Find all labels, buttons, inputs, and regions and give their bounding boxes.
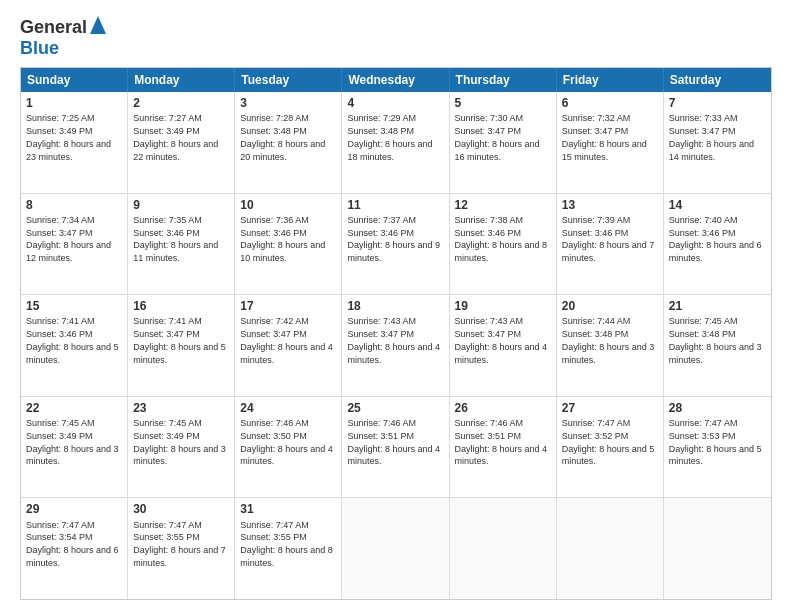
day-number: 22	[26, 400, 122, 416]
day-number: 8	[26, 197, 122, 213]
day-number: 29	[26, 501, 122, 517]
header-thursday: Thursday	[450, 68, 557, 92]
header-saturday: Saturday	[664, 68, 771, 92]
day-number: 21	[669, 298, 766, 314]
day-number: 11	[347, 197, 443, 213]
sunrise-info: Sunrise: 7:28 AMSunset: 3:48 PMDaylight:…	[240, 113, 325, 161]
day-number: 23	[133, 400, 229, 416]
sunrise-info: Sunrise: 7:45 AMSunset: 3:48 PMDaylight:…	[669, 316, 762, 364]
day-cell-22: 22Sunrise: 7:45 AMSunset: 3:49 PMDayligh…	[21, 397, 128, 498]
sunrise-info: Sunrise: 7:45 AMSunset: 3:49 PMDaylight:…	[26, 418, 119, 466]
logo-general: General	[20, 17, 87, 38]
sunrise-info: Sunrise: 7:46 AMSunset: 3:51 PMDaylight:…	[455, 418, 548, 466]
day-number: 20	[562, 298, 658, 314]
sunrise-info: Sunrise: 7:41 AMSunset: 3:46 PMDaylight:…	[26, 316, 119, 364]
empty-cell	[664, 498, 771, 599]
sunrise-info: Sunrise: 7:43 AMSunset: 3:47 PMDaylight:…	[455, 316, 548, 364]
day-number: 2	[133, 95, 229, 111]
day-number: 13	[562, 197, 658, 213]
sunrise-info: Sunrise: 7:47 AMSunset: 3:55 PMDaylight:…	[133, 520, 226, 568]
sunrise-info: Sunrise: 7:43 AMSunset: 3:47 PMDaylight:…	[347, 316, 440, 364]
header-wednesday: Wednesday	[342, 68, 449, 92]
sunrise-info: Sunrise: 7:47 AMSunset: 3:55 PMDaylight:…	[240, 520, 333, 568]
day-number: 27	[562, 400, 658, 416]
sunrise-info: Sunrise: 7:33 AMSunset: 3:47 PMDaylight:…	[669, 113, 754, 161]
day-cell-6: 6Sunrise: 7:32 AMSunset: 3:47 PMDaylight…	[557, 92, 664, 193]
day-cell-18: 18Sunrise: 7:43 AMSunset: 3:47 PMDayligh…	[342, 295, 449, 396]
day-number: 10	[240, 197, 336, 213]
day-cell-8: 8Sunrise: 7:34 AMSunset: 3:47 PMDaylight…	[21, 194, 128, 295]
day-cell-26: 26Sunrise: 7:46 AMSunset: 3:51 PMDayligh…	[450, 397, 557, 498]
day-cell-25: 25Sunrise: 7:46 AMSunset: 3:51 PMDayligh…	[342, 397, 449, 498]
day-cell-24: 24Sunrise: 7:46 AMSunset: 3:50 PMDayligh…	[235, 397, 342, 498]
day-cell-2: 2Sunrise: 7:27 AMSunset: 3:49 PMDaylight…	[128, 92, 235, 193]
calendar-header: SundayMondayTuesdayWednesdayThursdayFrid…	[21, 68, 771, 92]
day-number: 3	[240, 95, 336, 111]
day-cell-4: 4Sunrise: 7:29 AMSunset: 3:48 PMDaylight…	[342, 92, 449, 193]
day-cell-7: 7Sunrise: 7:33 AMSunset: 3:47 PMDaylight…	[664, 92, 771, 193]
sunrise-info: Sunrise: 7:41 AMSunset: 3:47 PMDaylight:…	[133, 316, 226, 364]
day-cell-12: 12Sunrise: 7:38 AMSunset: 3:46 PMDayligh…	[450, 194, 557, 295]
day-number: 19	[455, 298, 551, 314]
logo-blue: Blue	[20, 38, 59, 58]
day-number: 18	[347, 298, 443, 314]
calendar: SundayMondayTuesdayWednesdayThursdayFrid…	[20, 67, 772, 600]
day-number: 14	[669, 197, 766, 213]
sunrise-info: Sunrise: 7:47 AMSunset: 3:54 PMDaylight:…	[26, 520, 119, 568]
day-cell-31: 31Sunrise: 7:47 AMSunset: 3:55 PMDayligh…	[235, 498, 342, 599]
day-number: 24	[240, 400, 336, 416]
day-number: 4	[347, 95, 443, 111]
page: General Blue SundayMondayTuesdayWednesda…	[0, 0, 792, 612]
logo-triangle-icon	[90, 16, 106, 38]
day-cell-11: 11Sunrise: 7:37 AMSunset: 3:46 PMDayligh…	[342, 194, 449, 295]
day-number: 5	[455, 95, 551, 111]
empty-cell	[557, 498, 664, 599]
header-sunday: Sunday	[21, 68, 128, 92]
day-number: 9	[133, 197, 229, 213]
day-number: 26	[455, 400, 551, 416]
day-number: 31	[240, 501, 336, 517]
day-number: 7	[669, 95, 766, 111]
day-cell-15: 15Sunrise: 7:41 AMSunset: 3:46 PMDayligh…	[21, 295, 128, 396]
day-number: 25	[347, 400, 443, 416]
sunrise-info: Sunrise: 7:47 AMSunset: 3:53 PMDaylight:…	[669, 418, 762, 466]
day-number: 17	[240, 298, 336, 314]
day-cell-16: 16Sunrise: 7:41 AMSunset: 3:47 PMDayligh…	[128, 295, 235, 396]
sunrise-info: Sunrise: 7:35 AMSunset: 3:46 PMDaylight:…	[133, 215, 218, 263]
day-cell-30: 30Sunrise: 7:47 AMSunset: 3:55 PMDayligh…	[128, 498, 235, 599]
sunrise-info: Sunrise: 7:32 AMSunset: 3:47 PMDaylight:…	[562, 113, 647, 161]
week-row-1: 1Sunrise: 7:25 AMSunset: 3:49 PMDaylight…	[21, 92, 771, 193]
sunrise-info: Sunrise: 7:39 AMSunset: 3:46 PMDaylight:…	[562, 215, 655, 263]
logo: General Blue	[20, 16, 106, 59]
sunrise-info: Sunrise: 7:42 AMSunset: 3:47 PMDaylight:…	[240, 316, 333, 364]
day-number: 6	[562, 95, 658, 111]
day-number: 15	[26, 298, 122, 314]
day-cell-28: 28Sunrise: 7:47 AMSunset: 3:53 PMDayligh…	[664, 397, 771, 498]
week-row-3: 15Sunrise: 7:41 AMSunset: 3:46 PMDayligh…	[21, 294, 771, 396]
sunrise-info: Sunrise: 7:36 AMSunset: 3:46 PMDaylight:…	[240, 215, 325, 263]
day-cell-5: 5Sunrise: 7:30 AMSunset: 3:47 PMDaylight…	[450, 92, 557, 193]
day-cell-23: 23Sunrise: 7:45 AMSunset: 3:49 PMDayligh…	[128, 397, 235, 498]
sunrise-info: Sunrise: 7:34 AMSunset: 3:47 PMDaylight:…	[26, 215, 111, 263]
week-row-5: 29Sunrise: 7:47 AMSunset: 3:54 PMDayligh…	[21, 497, 771, 599]
sunrise-info: Sunrise: 7:46 AMSunset: 3:50 PMDaylight:…	[240, 418, 333, 466]
sunrise-info: Sunrise: 7:27 AMSunset: 3:49 PMDaylight:…	[133, 113, 218, 161]
day-cell-20: 20Sunrise: 7:44 AMSunset: 3:48 PMDayligh…	[557, 295, 664, 396]
day-number: 1	[26, 95, 122, 111]
sunrise-info: Sunrise: 7:29 AMSunset: 3:48 PMDaylight:…	[347, 113, 432, 161]
day-cell-19: 19Sunrise: 7:43 AMSunset: 3:47 PMDayligh…	[450, 295, 557, 396]
day-cell-13: 13Sunrise: 7:39 AMSunset: 3:46 PMDayligh…	[557, 194, 664, 295]
sunrise-info: Sunrise: 7:37 AMSunset: 3:46 PMDaylight:…	[347, 215, 440, 263]
sunrise-info: Sunrise: 7:47 AMSunset: 3:52 PMDaylight:…	[562, 418, 655, 466]
calendar-body: 1Sunrise: 7:25 AMSunset: 3:49 PMDaylight…	[21, 92, 771, 599]
day-cell-9: 9Sunrise: 7:35 AMSunset: 3:46 PMDaylight…	[128, 194, 235, 295]
day-cell-21: 21Sunrise: 7:45 AMSunset: 3:48 PMDayligh…	[664, 295, 771, 396]
day-cell-17: 17Sunrise: 7:42 AMSunset: 3:47 PMDayligh…	[235, 295, 342, 396]
day-cell-10: 10Sunrise: 7:36 AMSunset: 3:46 PMDayligh…	[235, 194, 342, 295]
day-number: 30	[133, 501, 229, 517]
header-tuesday: Tuesday	[235, 68, 342, 92]
sunrise-info: Sunrise: 7:45 AMSunset: 3:49 PMDaylight:…	[133, 418, 226, 466]
day-cell-27: 27Sunrise: 7:47 AMSunset: 3:52 PMDayligh…	[557, 397, 664, 498]
week-row-4: 22Sunrise: 7:45 AMSunset: 3:49 PMDayligh…	[21, 396, 771, 498]
sunrise-info: Sunrise: 7:40 AMSunset: 3:46 PMDaylight:…	[669, 215, 762, 263]
